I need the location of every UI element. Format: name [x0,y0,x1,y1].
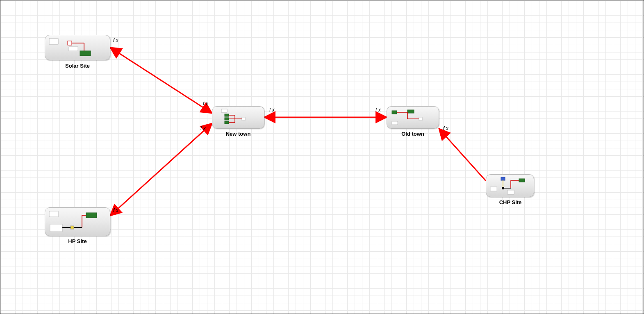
svg-rect-31 [501,177,505,180]
node-solar-site[interactable] [45,35,110,60]
svg-rect-29 [419,117,422,121]
svg-rect-17 [225,121,229,124]
svg-rect-1 [68,41,72,45]
svg-rect-6 [49,211,58,217]
svg-rect-16 [225,118,229,120]
svg-rect-39 [507,190,514,194]
node-new-town[interactable] [212,106,264,129]
node-label-oldtown: Old town [376,131,450,137]
diagram-canvas[interactable]: f x f x f x f x f x f x f x Solar Site H… [0,0,644,314]
node-thumbnail-icon [45,35,111,61]
svg-rect-11 [71,226,74,229]
node-thumbnail-icon [387,107,439,129]
node-thumbnail-icon [45,208,111,237]
node-thumbnail-icon [486,175,535,198]
node-old-town[interactable] [387,106,439,129]
svg-rect-38 [490,187,497,191]
svg-rect-13 [50,224,62,232]
svg-rect-37 [519,179,525,182]
fx-label: f x [269,107,275,113]
node-chp-site[interactable] [486,174,534,197]
edge-solar-newtown[interactable] [110,48,212,113]
svg-rect-4 [80,51,91,56]
svg-rect-26 [407,110,414,113]
svg-rect-15 [225,114,229,116]
fx-label: f x [443,125,448,131]
fx-label: f x [375,107,381,113]
svg-rect-24 [392,111,397,114]
svg-rect-33 [502,187,504,189]
svg-rect-7 [86,213,97,218]
svg-rect-14 [221,109,227,112]
node-label-chp: CHP Site [473,199,547,205]
svg-rect-30 [392,121,398,125]
fx-label: f x [203,101,208,107]
node-label-hp: HP Site [41,238,114,244]
edge-hp-newtown[interactable] [110,123,212,216]
fx-label: f x [200,125,206,131]
node-thumbnail-icon [212,107,265,129]
node-label-newtown: New town [201,131,275,137]
svg-rect-23 [242,117,245,121]
svg-rect-5 [69,47,78,51]
fx-label: f x [113,37,118,43]
node-label-solar: Solar Site [41,63,114,69]
node-hp-site[interactable] [45,207,110,236]
svg-rect-0 [49,39,58,44]
fx-label: f x [113,207,118,213]
